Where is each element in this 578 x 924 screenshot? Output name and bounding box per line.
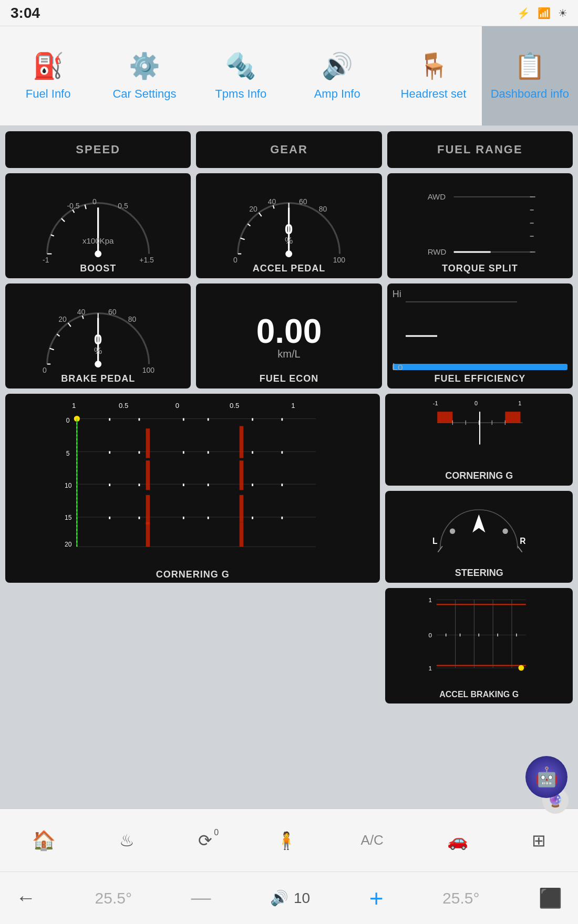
fuel-econ-label: FUEL ECON	[196, 373, 381, 384]
svg-line-140	[518, 546, 522, 552]
row-brake-fueleco-fueleff: 0 20 40 60 80 100 % 0 BRAKE PEDAL 0.00 k…	[5, 284, 573, 388]
nav-seat[interactable]: ⟳ 0	[198, 831, 212, 850]
tab-headrest-set-label: Headrest set	[401, 87, 467, 101]
svg-rect-105	[208, 451, 209, 454]
svg-rect-97	[139, 418, 140, 421]
volume-number: 10	[294, 890, 310, 907]
svg-rect-93	[240, 460, 244, 490]
svg-rect-92	[240, 426, 244, 458]
svg-text:60: 60	[108, 308, 117, 316]
svg-text:L: L	[432, 537, 438, 545]
headrest-icon: 🪑	[418, 51, 449, 81]
torque-split-label: TORQUE SPLIT	[387, 263, 573, 274]
svg-line-24	[248, 224, 251, 226]
svg-rect-88	[146, 428, 150, 458]
tab-dashboard-info-label: Dashboard info	[491, 87, 569, 101]
square-button[interactable]: ⬛	[539, 887, 562, 909]
tab-headrest-set[interactable]: 🪑 Headrest set	[385, 26, 481, 125]
fuel-eff-inner: Hi Lo	[387, 284, 573, 388]
heat-icon: ♨	[119, 831, 135, 850]
fuel-econ-tile: 0.00 km/L FUEL ECON	[196, 284, 381, 388]
accel-braking-g-label: ACCEL BRAKING G	[385, 690, 573, 699]
volume-icon: 🔊	[270, 889, 288, 907]
svg-rect-107	[281, 451, 283, 454]
dashboard-icon: 📋	[514, 51, 545, 81]
tab-fuel-info[interactable]: ⛽ Fuel Info	[0, 26, 96, 125]
nav-car[interactable]: 🚗	[447, 831, 468, 850]
svg-text:0: 0	[66, 417, 70, 424]
svg-rect-101	[281, 418, 283, 421]
svg-line-56	[68, 323, 71, 327]
status-bar: 3:04 ⚡ 📶 ☀	[0, 0, 578, 26]
nav-grid[interactable]: ⊞	[532, 831, 546, 850]
tab-fuel-info-label: Fuel Info	[26, 87, 71, 101]
svg-rect-95	[240, 522, 244, 547]
svg-rect-98	[183, 418, 184, 421]
svg-text:0: 0	[429, 632, 432, 638]
svg-line-8	[85, 205, 86, 209]
bottom-controls: ← 25.5° — 🔊 10 + 25.5° ⬛	[0, 872, 578, 924]
svg-rect-114	[109, 517, 110, 519]
gear-label: GEAR	[270, 143, 308, 156]
fuel-efficiency-tile: Hi Lo FUEL EFFICIENCY	[387, 284, 573, 388]
svg-text:-1: -1	[433, 400, 438, 406]
fuel-info-icon: ⛽	[33, 51, 64, 81]
brightness-icon: ☀	[558, 7, 567, 19]
svg-text:80: 80	[319, 205, 327, 213]
ai-assistant-bubble[interactable]: 🤖	[525, 756, 567, 798]
tab-car-settings[interactable]: ⚙️ Car Settings	[96, 26, 192, 125]
speed-label: SPEED	[76, 143, 120, 156]
cornering-g-small-label: CORNERING G	[385, 470, 573, 481]
svg-rect-100	[252, 418, 253, 421]
usb-icon: ⚡	[517, 7, 530, 19]
tab-tpms-info[interactable]: 🔩 Tpms Info	[193, 26, 289, 125]
car-icon: 🚗	[447, 831, 468, 850]
row-boost-accel-torque: -1 -0.5 0 0.5 +1.5 x100Kpa BOOST	[5, 173, 573, 278]
nav-heat[interactable]: ♨	[119, 831, 135, 850]
svg-point-158	[519, 665, 524, 671]
nav-home[interactable]: 🏠	[32, 830, 56, 852]
fuel-eff-hi-label: Hi	[393, 289, 401, 300]
svg-text:10: 10	[65, 482, 72, 489]
small-cornering-inner: -1 0 1	[385, 394, 573, 486]
svg-rect-104	[183, 451, 184, 454]
speed-tile: SPEED	[5, 131, 191, 168]
svg-rect-118	[252, 517, 253, 519]
svg-line-7	[73, 210, 74, 213]
svg-rect-103	[139, 451, 140, 454]
tab-amp-info-label: Amp Info	[314, 87, 360, 101]
tab-dashboard-info[interactable]: 📋 Dashboard info	[482, 26, 578, 125]
svg-text:0: 0	[92, 197, 97, 206]
empty-space	[5, 588, 380, 704]
svg-text:1: 1	[429, 596, 432, 603]
fuel-range-tile: FUEL RANGE	[387, 131, 573, 168]
svg-rect-119	[281, 517, 283, 519]
tab-amp-info[interactable]: 🔊 Amp Info	[289, 26, 385, 125]
plus-button[interactable]: +	[369, 884, 384, 912]
nav-person[interactable]: 🧍	[276, 831, 297, 850]
svg-text:1: 1	[519, 400, 522, 406]
accel-pedal-label: ACCEL PEDAL	[196, 263, 381, 274]
torque-split-tile: AWD RWD TORQUE SPLIT	[387, 173, 573, 278]
gear-tile: GEAR	[196, 131, 381, 168]
svg-text:0.5: 0.5	[119, 402, 128, 410]
svg-point-136	[450, 528, 455, 533]
svg-rect-108	[109, 484, 110, 486]
svg-text:x100Kpa: x100Kpa	[82, 236, 114, 245]
nav-ac[interactable]: A/C	[361, 832, 384, 848]
status-time: 3:04	[11, 5, 40, 22]
boost-tile: -1 -0.5 0 0.5 +1.5 x100Kpa BOOST	[5, 173, 191, 278]
row-cornering-steering: 1 0.5 0 0.5 1 0 5 10 15 20	[5, 394, 573, 583]
tpms-icon: 🔩	[225, 51, 256, 81]
svg-line-6	[61, 218, 65, 222]
fuel-econ-value: 0.00	[256, 312, 322, 351]
svg-text:15: 15	[65, 514, 72, 521]
minus-button[interactable]: —	[191, 887, 211, 909]
svg-text:20: 20	[65, 541, 72, 548]
svg-text:40: 40	[268, 197, 276, 206]
amp-icon: 🔊	[322, 51, 353, 81]
svg-text:RWD: RWD	[427, 247, 446, 256]
back-button[interactable]: ←	[16, 887, 36, 909]
svg-rect-106	[252, 451, 253, 454]
boost-label: BOOST	[5, 263, 191, 274]
